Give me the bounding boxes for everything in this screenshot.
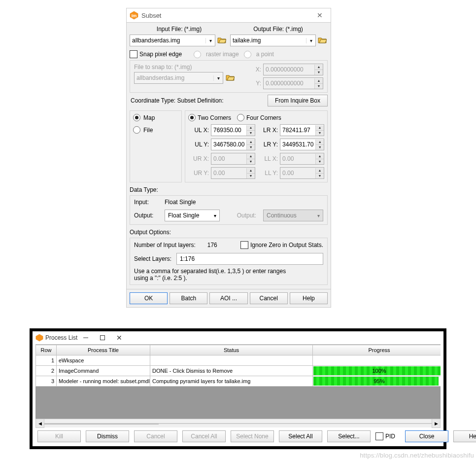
cancel-label: Cancel	[260, 295, 278, 302]
select-all-button[interactable]: Select All	[279, 430, 322, 442]
help-proc-button[interactable]: Help	[453, 430, 476, 442]
scroll-thumb[interactable]	[44, 424, 159, 425]
coord-file-radio[interactable]	[133, 126, 140, 134]
table-row[interactable]: 3Modeler - running model: subset.pmdlCom…	[36, 376, 441, 387]
lry-input[interactable]: 3449531.70▲▼	[280, 139, 324, 150]
spin-icon: ▲▼	[314, 65, 323, 75]
batch-button[interactable]: Batch	[170, 292, 207, 304]
minimize-icon[interactable]	[77, 332, 94, 343]
llx-label: LL X:	[257, 155, 278, 162]
ignore-zero-checkbox[interactable]	[240, 241, 248, 249]
snap-checkbox[interactable]	[130, 50, 137, 58]
table-row[interactable]: 2ImageCommandDONE - Click Dismiss to Rem…	[36, 366, 441, 376]
output-file-browse-icon[interactable]	[317, 35, 328, 45]
spin-icon[interactable]: ▲▼	[246, 125, 255, 136]
snap-y-value: 0.0000000000	[264, 80, 314, 87]
spin-icon[interactable]: ▲▼	[315, 140, 324, 150]
ok-button[interactable]: OK	[130, 292, 168, 304]
snap-label: Snap pixel edge	[139, 51, 189, 58]
output-file-label: Output File: (*.img)	[229, 26, 328, 33]
pid-label: PID	[385, 433, 395, 440]
input-file-label: Input File: (*.img)	[130, 26, 229, 33]
dismiss-label: Dismiss	[97, 433, 118, 440]
snap-raster-radio	[194, 51, 201, 58]
four-corners-label: Four Corners	[246, 114, 281, 121]
row-title: Modeler - running model: subset.pmdl	[57, 376, 150, 387]
col-status[interactable]: Status	[150, 345, 313, 355]
aoi-label: AOI ...	[220, 295, 237, 302]
snap-file-combo: allbandserdas.img ▾	[134, 72, 223, 84]
chevron-down-icon[interactable]: ▾	[210, 213, 219, 218]
close-icon[interactable]: ✕	[311, 9, 329, 21]
col-title[interactable]: Process Title	[57, 345, 150, 355]
row-number: 3	[36, 376, 57, 387]
subset-window: Im Subset ✕ Input File: (*.img) Output F…	[126, 8, 331, 308]
close-icon[interactable]: ✕	[111, 332, 128, 343]
chevron-down-icon[interactable]: ▾	[306, 38, 315, 43]
cancel-button[interactable]: Cancel	[250, 292, 288, 304]
col-row[interactable]: Row	[36, 345, 57, 355]
row-number: 2	[36, 366, 57, 376]
maximize-icon[interactable]	[94, 332, 111, 343]
scroll-right-icon[interactable]: ▶	[432, 419, 441, 428]
dt-output2-label: Output:	[237, 212, 256, 219]
from-inquire-button[interactable]: From Inquire Box	[268, 95, 328, 106]
select-layers-hint1: Use a comma for separated list(i.e. 1,3,…	[134, 268, 323, 275]
row-progress: 95%	[313, 376, 441, 387]
two-corners-radio[interactable]	[188, 114, 196, 121]
dt-input-value: Float Single	[165, 199, 196, 206]
lry-label: LR Y:	[257, 141, 278, 148]
output-file-combo[interactable]: tailake.img ▾	[230, 35, 316, 46]
col-progress[interactable]: Progress	[313, 345, 441, 355]
snap-file-label: File to snap to: (*.img)	[134, 64, 236, 71]
chevron-down-icon[interactable]: ▾	[205, 38, 215, 43]
row-title: eWkspace	[57, 355, 150, 366]
spin-icon[interactable]: ▲▼	[315, 125, 324, 136]
uly-label: UL Y:	[188, 141, 209, 148]
input-file-combo[interactable]: allbandserdas.img ▾	[130, 35, 215, 46]
horizontal-scrollbar[interactable]: ◀ ▶	[35, 419, 441, 427]
lrx-input[interactable]: 782411.97▲▼	[280, 124, 324, 136]
ignore-zero-label: Ignore Zero in Output Stats.	[250, 242, 323, 248]
select-all-label: Select All	[288, 433, 312, 440]
row-progress	[313, 355, 441, 366]
dt-output-select[interactable]: Float Single ▾	[165, 210, 220, 221]
snap-file-browse-icon[interactable]	[225, 72, 236, 83]
aoi-button[interactable]: AOI ...	[209, 292, 247, 304]
dt-output2-value: Continuous	[264, 212, 314, 219]
coord-type-label: Coordinate Type: Subset Definition:	[131, 97, 224, 104]
table-row[interactable]: 1eWkspace	[36, 355, 441, 366]
lly-label: LL Y:	[257, 170, 278, 177]
lrx-label: LR X:	[257, 127, 278, 134]
output-options-header: Output Options:	[130, 227, 328, 236]
coord-map-radio[interactable]	[133, 114, 140, 121]
urx-label: UR X:	[188, 155, 209, 162]
chevron-down-icon: ▾	[314, 213, 323, 218]
select-layers-input[interactable]	[176, 253, 323, 265]
lry-value: 3449531.70	[280, 141, 315, 148]
cancel-proc-label: Cancel	[146, 433, 165, 440]
spin-icon[interactable]: ▲▼	[246, 140, 255, 150]
spin-icon: ▲▼	[314, 78, 323, 89]
uly-input[interactable]: 3467580.00▲▼	[211, 139, 255, 150]
snap-x-value: 0.0000000000	[264, 66, 314, 73]
help-button[interactable]: Help	[290, 292, 328, 304]
process-list-title: Process List	[45, 334, 77, 341]
ulx-input[interactable]: 769350.00▲▼	[211, 124, 255, 136]
close-button[interactable]: Close	[405, 430, 448, 442]
watermark: https://blog.csdn.net/zhebushibiaoshifu	[360, 452, 474, 459]
dt-output-value: Float Single	[165, 212, 210, 219]
coord-type-panel: Map File	[130, 110, 182, 182]
row-status: Computing pyramid layers for tailake.img	[150, 376, 313, 387]
input-file-browse-icon[interactable]	[216, 35, 227, 45]
dismiss-button[interactable]: Dismiss	[86, 430, 129, 442]
snap-file-group: File to snap to: (*.img) allbandserdas.i…	[130, 60, 328, 93]
select-none-button: Select None	[231, 430, 274, 442]
app-logo-icon: Im	[130, 11, 138, 20]
four-corners-radio[interactable]	[237, 114, 244, 121]
pid-checkbox[interactable]	[375, 432, 383, 440]
scroll-left-icon[interactable]: ◀	[35, 419, 44, 428]
urx-value: 0.00	[211, 155, 246, 162]
select-button[interactable]: Select...	[327, 430, 371, 442]
spin-icon: ▲▼	[315, 154, 324, 164]
